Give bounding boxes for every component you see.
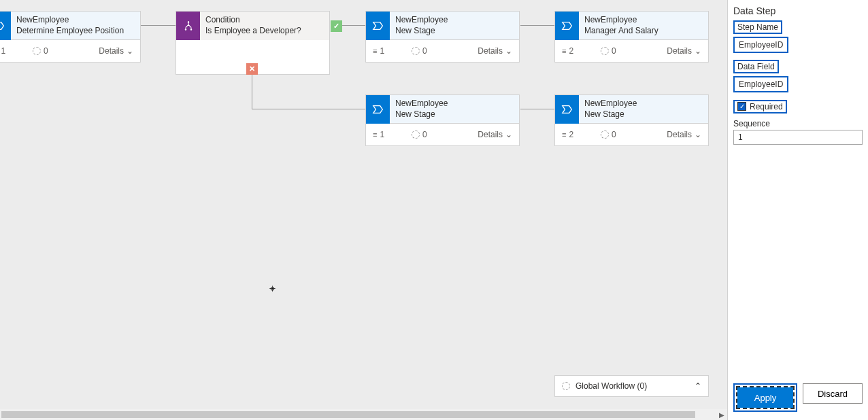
details-label: Details: [478, 130, 503, 139]
chevron-down-icon: ⌄: [695, 130, 701, 139]
details-button[interactable]: Details⌄: [667, 130, 701, 139]
connector: [520, 25, 554, 26]
global-workflow-label: Global Workflow (0): [575, 381, 647, 391]
details-label: Details: [667, 130, 692, 139]
pending-count: 0: [612, 46, 616, 56]
sequence-input[interactable]: [733, 130, 863, 145]
steps-icon: ≡: [373, 130, 377, 139]
stage-icon: [366, 12, 390, 40]
details-label: Details: [99, 46, 124, 56]
step-name-input[interactable]: EmployeeID: [733, 37, 788, 53]
pending-icon: [33, 47, 41, 55]
pending-icon: [601, 47, 609, 55]
pending-icon: [601, 130, 609, 139]
apply-button[interactable]: Apply: [737, 387, 793, 408]
data-field-label: Data Field: [733, 60, 779, 73]
pending-count: 0: [44, 46, 48, 56]
chevron-down-icon: ⌄: [127, 46, 133, 56]
step-name-label: Step Name: [733, 20, 782, 34]
steps-icon: ≡: [373, 47, 377, 55]
node-entity: NewEmployee: [395, 99, 448, 109]
discard-button[interactable]: Discard: [803, 383, 863, 404]
connector: [339, 25, 365, 26]
condition-icon: [176, 12, 200, 40]
node-entity: NewEmployee: [395, 15, 448, 26]
connector: [252, 75, 252, 109]
cursor-icon: ⌖: [269, 283, 276, 295]
details-label: Details: [667, 46, 692, 56]
pending-count: 0: [422, 46, 427, 56]
chevron-up-icon: ⌃: [695, 381, 701, 391]
node-title: New Stage: [584, 109, 637, 120]
steps-count: 2: [569, 130, 573, 139]
node-entity: Condition: [205, 15, 301, 26]
checkbox-icon: ✓: [737, 102, 746, 111]
steps-count: 1: [1, 46, 5, 56]
svg-point-1: [184, 29, 186, 30]
panel-title: Data Step: [733, 5, 863, 16]
connector: [140, 25, 176, 26]
node-title: Is Employee a Developer?: [205, 26, 301, 37]
svg-point-0: [187, 21, 188, 22]
data-field-input[interactable]: EmployeeID: [733, 76, 788, 92]
stage-icon: [555, 12, 579, 40]
chevron-down-icon: ⌄: [695, 46, 701, 56]
steps-count: 2: [569, 46, 573, 56]
details-button[interactable]: Details⌄: [478, 130, 512, 139]
stage-node-new-stage-right[interactable]: NewEmployee New Stage ≡2 0 Details⌄: [554, 94, 709, 146]
stage-icon: [555, 95, 579, 124]
stage-icon: [0, 12, 11, 40]
required-label: Required: [750, 102, 783, 111]
pending-count: 0: [422, 130, 427, 139]
sequence-label: Sequence: [733, 119, 863, 128]
stage-node-new-stage-left[interactable]: NewEmployee New Stage ≡1 0 Details⌄: [365, 94, 520, 146]
stage-node-manager-salary[interactable]: NewEmployee Manager And Salary ≡2 0 Deta…: [554, 11, 709, 63]
details-button[interactable]: Details⌄: [99, 46, 133, 56]
connector: [520, 109, 554, 109]
horizontal-scrollbar[interactable]: ▶: [0, 409, 727, 420]
scroll-thumb[interactable]: [1, 411, 695, 418]
node-entity: NewEmployee: [584, 99, 637, 109]
steps-count: 1: [380, 46, 384, 56]
workflow-canvas[interactable]: NewEmployee Determine Employee Position …: [0, 0, 727, 420]
global-workflow-bar[interactable]: Global Workflow (0) ⌃: [554, 375, 709, 397]
node-title: Determine Employee Position: [16, 26, 124, 37]
pending-icon: [412, 47, 420, 55]
node-title: Manager And Salary: [584, 26, 658, 37]
stage-icon: [366, 95, 390, 124]
node-entity: NewEmployee: [584, 15, 658, 26]
pending-icon: [412, 130, 420, 139]
stage-node-determine-position[interactable]: NewEmployee Determine Employee Position …: [0, 11, 141, 63]
workflow-icon: [562, 382, 570, 390]
connector: [252, 109, 365, 109]
node-entity: NewEmployee: [16, 15, 124, 26]
svg-point-2: [190, 29, 191, 30]
node-title: New Stage: [395, 109, 448, 120]
property-panel: Data Step Step Name EmployeeID Data Fiel…: [727, 0, 868, 420]
required-checkbox[interactable]: ✓ Required: [733, 100, 787, 113]
condition-false-badge: ✕: [246, 63, 258, 75]
chevron-down-icon: ⌄: [505, 130, 512, 139]
pending-count: 0: [612, 130, 616, 139]
details-button[interactable]: Details⌄: [478, 46, 512, 56]
scroll-right-icon[interactable]: ▶: [716, 409, 727, 420]
stage-node-new-stage-top[interactable]: NewEmployee New Stage ≡1 0 Details⌄: [365, 11, 520, 63]
steps-icon: ≡: [562, 130, 566, 139]
details-button[interactable]: Details⌄: [667, 46, 701, 56]
details-label: Details: [478, 46, 503, 56]
steps-icon: ≡: [562, 47, 566, 55]
condition-true-badge: ✓: [331, 20, 342, 32]
steps-count: 1: [380, 130, 384, 139]
chevron-down-icon: ⌄: [505, 46, 512, 56]
node-title: New Stage: [395, 26, 448, 37]
